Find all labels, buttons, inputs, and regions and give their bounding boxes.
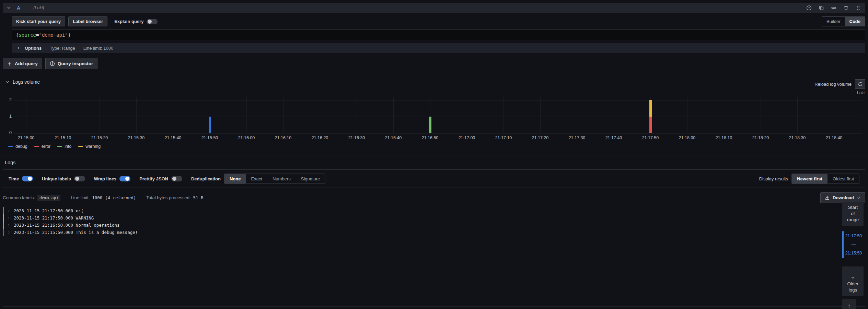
chart-hgrid-0 (14, 133, 863, 133)
datasource-attribution: Loki (857, 91, 865, 95)
range-page-button[interactable]: 21:17:50 — 21:15:50 (842, 231, 864, 258)
dedup-option-exact[interactable]: Exact (246, 174, 267, 183)
explain-query-label: Explain query (114, 19, 143, 24)
time-toggle[interactable] (22, 176, 33, 181)
logql-query-input[interactable]: {source="demo-api"} (12, 29, 865, 40)
builder-mode-button[interactable]: Builder (822, 17, 845, 26)
logs-controls: Time Unique labels Wrap lines Prettify J… (3, 169, 865, 188)
logs-volume-chart: 01221:15:0021:15:1021:15:2021:15:3021:15… (3, 95, 865, 150)
dedup-option-signature[interactable]: Signature (296, 174, 325, 183)
query-row-header: A (Loki) ? (3, 3, 865, 13)
x-axis-tick: 21:17:50 (636, 135, 665, 140)
chart-vgrid (467, 97, 467, 133)
chart-hgrid-1 (14, 117, 863, 117)
start-of-range-button[interactable]: Start of range (842, 202, 864, 226)
scroll-to-top-button[interactable]: ↑ (842, 299, 856, 309)
logs-section: Logs Time Unique labels Wrap lines Prett… (0, 155, 868, 236)
svg-text:?: ? (808, 6, 810, 10)
download-icon (825, 195, 830, 200)
options-label: Options (25, 46, 42, 51)
time-label: Time (9, 176, 19, 181)
duplicate-query-icon[interactable] (819, 5, 824, 11)
help-icon[interactable]: ? (806, 5, 812, 11)
y-axis-tick-2: 2 (3, 97, 12, 102)
x-axis-tick: 21:15:50 (195, 135, 224, 140)
wrap-lines-toggle[interactable] (119, 176, 130, 181)
hide-response-eye-icon[interactable] (831, 5, 836, 11)
legend-label-debug: debug (15, 144, 27, 149)
dedup-option-numbers[interactable]: Numbers (267, 174, 296, 183)
x-axis-tick: 21:16:50 (416, 135, 444, 140)
log-row-expand-chevron-icon[interactable] (7, 224, 11, 227)
logs-volume-title: Logs volume (13, 79, 40, 85)
chart-vgrid (63, 97, 63, 133)
options-type: Type: Range (50, 46, 75, 51)
x-axis-tick: 21:17:10 (489, 135, 518, 140)
log-row-expand-chevron-icon[interactable] (7, 209, 11, 213)
remove-query-trash-icon[interactable] (843, 5, 849, 11)
x-axis-tick: 21:17:40 (599, 135, 628, 140)
logs-bottom-border (3, 306, 865, 307)
code-mode-button[interactable]: Code (845, 17, 865, 26)
query-token-string: "demo-api" (39, 32, 68, 38)
explain-query-toggle[interactable] (147, 19, 158, 24)
x-axis-tick: 21:17:20 (526, 135, 555, 140)
bar-debug-21:15:50 (209, 117, 211, 133)
log-row-error[interactable]: 2023-11-15 21:17:50.000 >:( (3, 207, 840, 214)
add-query-button[interactable]: Add query (3, 58, 42, 69)
logs-volume-collapse[interactable]: Logs volume (5, 79, 40, 85)
caret-down-icon (857, 196, 861, 200)
legend-item-debug[interactable]: debug (8, 144, 27, 149)
reload-log-volume-label: Reload log volume (814, 82, 852, 87)
log-navigation: Start of range 21:17:50 — 21:15:50 Older… (842, 202, 864, 309)
query-token-punct: { (16, 32, 19, 38)
legend-swatch-error (34, 146, 39, 147)
chart-vgrid (283, 97, 283, 133)
log-row-warning[interactable]: 2023-11-15 21:17:50.000 WARNING (3, 214, 840, 222)
prettify-json-toggle[interactable] (171, 176, 182, 181)
unique-labels-toggle[interactable] (74, 176, 85, 181)
reload-log-volume-button[interactable] (855, 79, 865, 89)
older-logs-button[interactable]: Older logs (842, 266, 864, 296)
x-axis-tick: 21:16:40 (379, 135, 408, 140)
explore-page: A (Loki) ? Kick start your query Label b… (0, 0, 868, 309)
range-from-time: 21:17:50 (844, 232, 864, 240)
deduplication-label: Deduplication (191, 176, 221, 181)
query-token-punct: } (68, 32, 71, 38)
display-results-radio-group: Newest firstOldest first (791, 174, 859, 184)
legend-item-info[interactable]: info (57, 144, 71, 149)
query-token-label: source (19, 32, 36, 38)
dedup-option-none[interactable]: None (224, 174, 246, 183)
log-row-expand-chevron-icon[interactable] (7, 231, 11, 234)
log-row-info[interactable]: 2023-11-15 21:16:50.000 Normal operation… (3, 222, 840, 229)
chart-vgrid (797, 97, 798, 133)
chart-vgrid (687, 97, 687, 133)
legend-item-warning[interactable]: warning (78, 144, 101, 149)
plus-icon (7, 61, 12, 66)
log-line: 2023-11-15 21:16:50.000 Normal operation… (14, 223, 120, 228)
x-axis-tick: 21:18:20 (746, 135, 775, 140)
chart-vgrid (393, 97, 394, 133)
display-option-newest-first[interactable]: Newest first (792, 174, 828, 183)
query-editor: A (Loki) ? Kick start your query Label b… (3, 3, 865, 69)
bar-info-21:16:50 (429, 117, 431, 133)
legend-item-error[interactable]: error (34, 144, 50, 149)
x-axis-tick: 21:15:10 (48, 135, 77, 140)
label-browser-button[interactable]: Label browser (68, 16, 107, 26)
x-axis-tick: 21:18:10 (709, 135, 738, 140)
kick-start-query-button[interactable]: Kick start your query (12, 16, 65, 26)
display-option-oldest-first[interactable]: Oldest first (828, 174, 859, 183)
chart-vgrid (26, 97, 26, 133)
log-row-expand-chevron-icon[interactable] (7, 216, 11, 220)
query-inspector-button[interactable]: Query inspector (45, 58, 98, 69)
legend-label-info: info (65, 144, 71, 149)
log-row-debug[interactable]: 2023-11-15 21:15:50.000 This is a debug … (3, 229, 840, 236)
query-options-row[interactable]: Options Type: Range Line limit: 1000 (12, 43, 865, 53)
legend-swatch-info (57, 146, 62, 147)
x-axis-tick: 21:18:30 (783, 135, 812, 140)
collapse-query-chevron-down-icon[interactable] (7, 5, 11, 10)
chart-hgrid-2 (14, 100, 863, 100)
logs-volume-chevron-down-icon (5, 80, 10, 84)
line-limit-label: Line limit: (71, 195, 90, 200)
drag-handle-grip-icon[interactable] (856, 5, 861, 11)
